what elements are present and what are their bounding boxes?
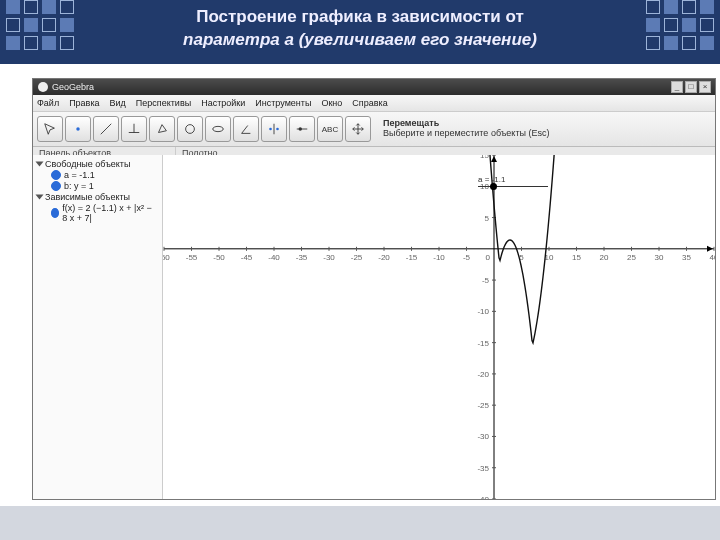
svg-text:15: 15 [480, 155, 489, 160]
svg-text:-50: -50 [213, 253, 225, 262]
svg-marker-15 [491, 156, 497, 162]
window-title: GeoGebra [52, 82, 94, 92]
tool-reflect[interactable] [261, 116, 287, 142]
obj-a[interactable]: a = -1.1 [37, 170, 158, 180]
menu-file[interactable]: Файл [37, 98, 59, 108]
menu-edit[interactable]: Правка [69, 98, 99, 108]
svg-text:15: 15 [572, 253, 581, 262]
app-icon [38, 82, 48, 92]
menu-perspectives[interactable]: Перспективы [136, 98, 191, 108]
svg-text:40: 40 [710, 253, 715, 262]
graphics-view[interactable]: -60-55-50-45-40-35-30-25-20-15-10-551015… [163, 155, 715, 499]
svg-text:-35: -35 [296, 253, 308, 262]
slider-a[interactable]: a = -1.1 [478, 175, 548, 187]
svg-text:-40: -40 [477, 495, 489, 499]
tool-polygon[interactable] [149, 116, 175, 142]
svg-text:-15: -15 [477, 339, 489, 348]
svg-text:-25: -25 [477, 401, 489, 410]
svg-point-6 [213, 126, 224, 131]
obj-f[interactable]: f(x) = 2 (−1.1) x + |x² − 8 x + 7| [37, 203, 158, 223]
deco-squares-left [6, 0, 74, 50]
menu-tools[interactable]: Инструменты [255, 98, 311, 108]
tool-slider[interactable] [289, 116, 315, 142]
tool-text[interactable]: ABC [317, 116, 343, 142]
tree-free[interactable]: Свободные объекты [37, 159, 158, 169]
svg-text:30: 30 [655, 253, 664, 262]
svg-text:-45: -45 [241, 253, 253, 262]
tree-dep[interactable]: Зависимые объекты [37, 192, 158, 202]
tool-perpendicular[interactable] [121, 116, 147, 142]
tool-description: ПеремещатьВыберите и переместите объекты… [383, 119, 550, 139]
menu-view[interactable]: Вид [110, 98, 126, 108]
svg-text:20: 20 [600, 253, 609, 262]
menu-bar: Файл Правка Вид Перспективы Настройки Ин… [33, 95, 715, 112]
tool-circle[interactable] [177, 116, 203, 142]
toolbar: ABC ПеремещатьВыберите и переместите объ… [33, 112, 715, 147]
slide-title: Построение графика в зависимости от пара… [0, 6, 720, 52]
svg-marker-4 [159, 125, 167, 133]
svg-marker-14 [707, 246, 713, 252]
svg-text:-10: -10 [433, 253, 445, 262]
svg-text:-20: -20 [378, 253, 390, 262]
svg-text:-20: -20 [477, 370, 489, 379]
tool-point[interactable] [65, 116, 91, 142]
svg-text:35: 35 [682, 253, 691, 262]
svg-point-0 [76, 127, 80, 131]
tool-line[interactable] [93, 116, 119, 142]
slide-footer [0, 506, 720, 540]
obj-b[interactable]: b: y = 1 [37, 181, 158, 191]
slider-handle[interactable] [490, 183, 497, 190]
svg-text:-35: -35 [477, 464, 489, 473]
svg-point-11 [299, 127, 303, 131]
geogebra-window: GeoGebra × □ _ Файл Правка Вид Перспекти… [32, 78, 716, 500]
maximize-icon[interactable]: □ [685, 81, 697, 93]
svg-text:-5: -5 [463, 253, 471, 262]
menu-window[interactable]: Окно [321, 98, 342, 108]
svg-text:-25: -25 [351, 253, 363, 262]
svg-text:-15: -15 [406, 253, 418, 262]
tool-move[interactable] [37, 116, 63, 142]
tool-angle[interactable] [233, 116, 259, 142]
svg-text:-10: -10 [477, 307, 489, 316]
menu-settings[interactable]: Настройки [201, 98, 245, 108]
svg-text:0: 0 [486, 253, 491, 262]
svg-text:25: 25 [627, 253, 636, 262]
svg-text:5: 5 [485, 214, 490, 223]
slider-track[interactable] [478, 186, 548, 187]
svg-text:-5: -5 [482, 276, 490, 285]
svg-text:-60: -60 [163, 253, 170, 262]
window-titlebar[interactable]: GeoGebra × □ _ [33, 79, 715, 95]
svg-text:-30: -30 [323, 253, 335, 262]
svg-point-8 [276, 128, 279, 131]
svg-text:-55: -55 [186, 253, 198, 262]
slide-header: Построение графика в зависимости от пара… [0, 0, 720, 64]
svg-point-7 [269, 128, 272, 131]
close-icon[interactable]: × [699, 81, 711, 93]
deco-squares-right [646, 0, 714, 50]
svg-point-5 [186, 125, 195, 134]
svg-text:-30: -30 [477, 432, 489, 441]
algebra-view[interactable]: Свободные объекты a = -1.1 b: y = 1 Зави… [33, 155, 163, 499]
tool-ellipse[interactable] [205, 116, 231, 142]
plot-svg: -60-55-50-45-40-35-30-25-20-15-10-551015… [163, 155, 715, 499]
tool-movegraphics[interactable] [345, 116, 371, 142]
svg-line-1 [101, 124, 112, 135]
svg-text:-40: -40 [268, 253, 280, 262]
minimize-icon[interactable]: _ [671, 81, 683, 93]
menu-help[interactable]: Справка [352, 98, 387, 108]
